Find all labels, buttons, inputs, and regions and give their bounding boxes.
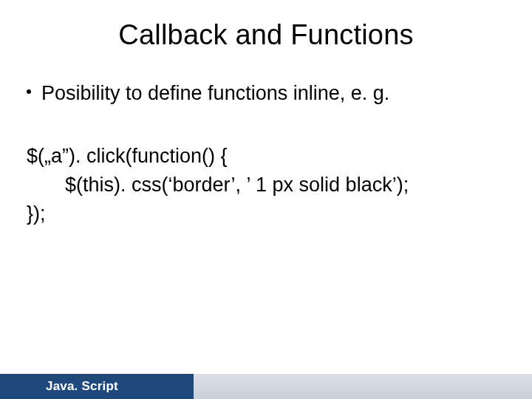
footer-label: Java. Script xyxy=(46,379,118,394)
footer-bar: Java. Script xyxy=(0,374,532,399)
bullet-item: Posibility to define functions inline, e… xyxy=(27,79,505,108)
code-line-2: $(this). css(‘border’, ’ 1 px solid blac… xyxy=(27,171,505,200)
footer-right xyxy=(194,374,532,399)
slide: Callback and Functions Posibility to def… xyxy=(0,0,532,399)
footer-left: Java. Script xyxy=(0,374,194,399)
code-block: $(„a”). click(function() { $(this). css(… xyxy=(27,142,505,228)
bullet-text: Posibility to define functions inline, e… xyxy=(41,79,389,108)
slide-content: Posibility to define functions inline, e… xyxy=(27,79,505,229)
bullet-icon xyxy=(27,89,31,94)
code-line-1: $(„a”). click(function() { xyxy=(27,142,505,171)
code-line-3: }); xyxy=(27,200,505,228)
slide-title: Callback and Functions xyxy=(27,19,505,51)
